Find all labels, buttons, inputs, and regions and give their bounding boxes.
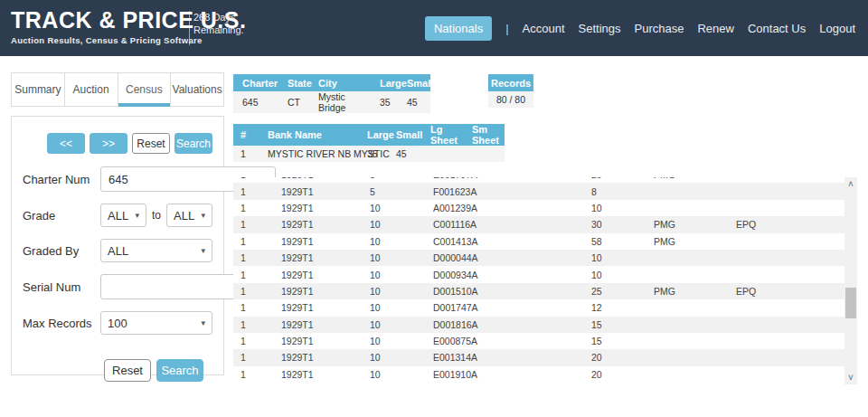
app-subtitle: Auction Results, Census & Pricing Softwa… [11,35,246,45]
table-row[interactable]: 11929T15F001623A8 [233,183,844,199]
table-cell: 1929T1 [274,200,363,216]
search-form-panel: << >> Reset Search Charter Num Grade ALL… [11,116,224,375]
table-row[interactable]: 11929T110D001816A15 [233,317,844,333]
form-action-row: Reset Search [23,359,212,382]
scroll-up-icon[interactable]: ˄ [844,177,857,191]
table-cell [729,183,844,199]
table-cell: 1929T1 [274,349,363,365]
bank-lg-sheet-cell [423,146,465,162]
table-cell: 10 [363,216,426,232]
tab-auction[interactable]: Auction [65,73,118,106]
search-button-top[interactable]: Search [175,133,212,154]
table-cell: 1 [233,317,274,333]
table-cell: 1929T1 [274,366,363,383]
search-button-bottom[interactable]: Search [156,359,203,382]
table-cell: 10 [363,233,426,250]
table-cell: 1929T1 [274,283,363,299]
table-cell: D001816A [426,317,584,333]
bank-index-cell: 1 [233,146,260,162]
app-window: TRACK & PRICE U.S. Auction Results, Cens… [0,0,868,417]
tab-census[interactable]: Census [118,73,172,106]
prev-page-button[interactable]: << [47,133,85,154]
col-header-city: City [309,74,371,91]
reset-button-top[interactable]: Reset [132,133,170,154]
col-header-lg-sheet: Lg Sheet [423,124,465,146]
table-row[interactable]: 11929T110C001116A30PMGEPQ [233,216,844,232]
table-row[interactable]: 11929T110E000875A15 [233,333,844,349]
table-cell [729,233,844,250]
table-row[interactable]: 11929T110E001910A20 [233,366,844,383]
state-cell: CT [278,91,309,113]
table-row[interactable]: 11929T110A001239A10 [233,200,844,216]
table-row[interactable]: 11929T110D000934A10 [233,266,844,282]
graded-by-select[interactable]: ALL ▾ [100,239,212,262]
table-cell [729,200,844,216]
table-cell: 1 [233,299,274,316]
table-cell: 1 [233,283,274,299]
table-cell: 1 [233,233,274,250]
small-cell: 45 [398,91,430,113]
bank-sm-sheet-cell [465,146,505,162]
max-records-label: Max Records [23,317,100,330]
table-scrollbar[interactable]: ˄ ˅ [844,177,857,384]
table-cell: 1 [233,366,274,383]
reset-button-bottom[interactable]: Reset [104,359,151,382]
table-cell: 1929T1 [274,183,363,199]
census-table: 11929T15E001797A20PMG11929T15F001623A811… [233,177,844,383]
table-row[interactable]: 11929T110C001413A58PMG [233,233,844,250]
table-cell: 1929T1 [274,216,363,232]
table-cell: 1 [233,250,274,266]
table-cell: 10 [363,349,426,365]
table-cell: 1929T1 [274,317,363,333]
table-cell: E001910A [426,366,584,383]
table-cell [646,200,729,216]
tab-valuations[interactable]: Valuations [171,73,223,106]
tab-summary[interactable]: Summary [12,73,65,106]
table-cell [646,183,729,199]
nav-item-purchase[interactable]: Purchase [635,22,684,35]
graded-by-label: Graded By [23,244,100,258]
records-header: Records [488,74,533,91]
table-row[interactable]: 11929T110D000044A10 [233,250,844,266]
grade-to-select[interactable]: ALL ▾ [166,204,212,227]
table-cell: 1 [233,333,274,349]
nav-item-logout[interactable]: Logout [819,22,855,35]
grade-from-select[interactable]: ALL ▾ [100,204,146,227]
scrollbar-thumb[interactable] [845,288,856,318]
table-cell [729,299,844,316]
next-page-button[interactable]: >> [90,133,127,154]
table-cell [729,366,844,383]
bank-name-cell: MYSTIC RIVER NB MYSTIC [260,146,360,162]
header-divider [189,11,190,45]
table-cell: 10 [363,317,426,333]
table-cell: 1 [233,200,274,216]
charter-summary-table: Charter State City Large Small 645 CT My… [233,74,430,113]
nav-item-settings[interactable]: Settings [579,22,621,35]
scroll-down-icon[interactable]: ˅ [844,371,857,384]
table-cell: 10 [363,200,426,216]
chevron-down-icon: ▾ [201,246,205,255]
records-table: Records 80 / 80 [488,74,533,108]
bank-table: # Bank Name Large Small Lg Sheet Sm Shee… [233,124,505,162]
table-cell: 1 [233,266,274,282]
table-cell: 1 [233,216,274,232]
table-cell: 25 [584,283,646,299]
table-row[interactable]: 11929T110D001747A12 [233,299,844,316]
max-records-select[interactable]: 100 ▾ [100,311,212,335]
table-cell: 10 [363,266,426,282]
nav-item-nationals[interactable]: Nationals [425,16,492,41]
nav-item-account[interactable]: Account [523,22,565,35]
table-row[interactable]: 11929T110E001314A20 [233,349,844,365]
nav-item-contact-us[interactable]: Contact Us [748,22,806,35]
nav-item-renew[interactable]: Renew [697,22,733,35]
top-nav: Nationals | Account Settings Purchase Re… [425,0,855,56]
table-cell: 1 [233,349,274,365]
table-cell: EPQ [729,283,844,299]
table-cell: A001239A [426,200,584,216]
census-table-body: 11929T15E001797A20PMG11929T15F001623A811… [233,177,844,383]
table-row[interactable]: 11929T110D001510A25PMGEPQ [233,283,844,299]
table-cell [729,333,844,349]
charter-num-cell: 645 [233,91,278,113]
table-cell: E000875A [426,333,584,349]
city-cell: Mystic Bridge [309,91,371,113]
